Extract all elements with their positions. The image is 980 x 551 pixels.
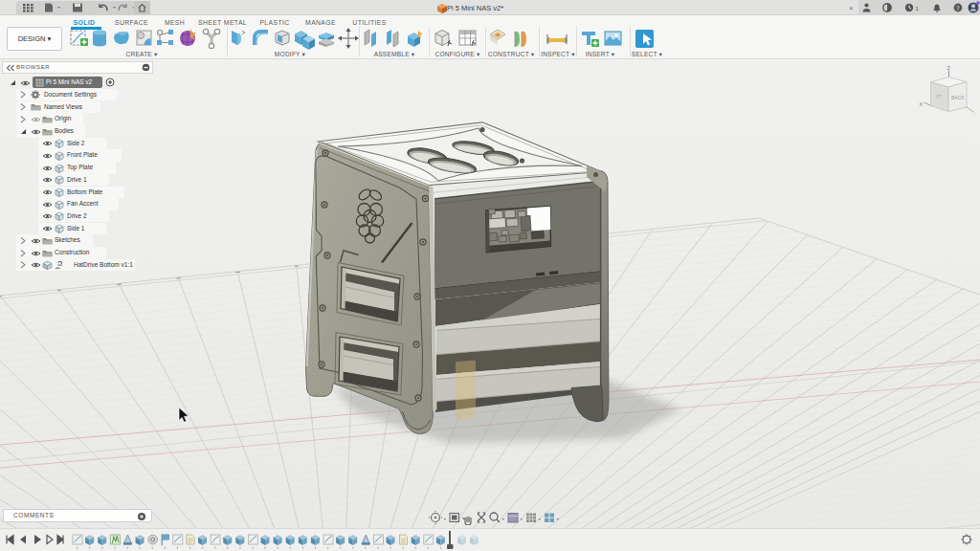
svg-text:×: ×	[849, 4, 854, 12]
svg-text:1: 1	[916, 6, 920, 11]
svg-text:Z: Z	[947, 65, 950, 71]
svg-text:X: X	[920, 101, 924, 107]
svg-text:BACK: BACK	[951, 95, 965, 100]
svg-text:?: ?	[956, 5, 960, 11]
svg-text:FT: FT	[937, 95, 943, 99]
